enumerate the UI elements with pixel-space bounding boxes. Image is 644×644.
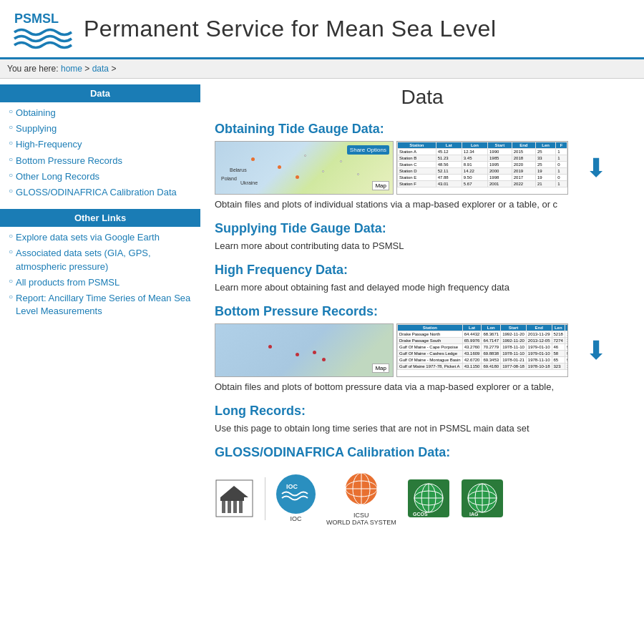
breadcrumb-home[interactable]: home [61,64,82,74]
logo-gcos-box[interactable]: GCOS [407,479,450,518]
obtaining-map-preview[interactable]: Share Options Map Poland Belarus Ukraine [215,141,394,195]
svg-marker-7 [220,486,248,497]
svg-text:GCOS: GCOS [413,512,428,517]
breadcrumb: You are here: home > data > [0,59,644,79]
supplying-description: Learn more about contributing data to PS… [215,240,630,251]
svg-rect-6 [220,497,244,501]
svg-text:PSMSL: PSMSL [14,11,59,26]
section-heading-high-frequency[interactable]: High Frequency Data: [215,263,630,278]
logo-iag-box[interactable]: IAG [461,479,504,518]
layout: Data Obtaining Supplying High-Frequency … [0,79,644,540]
section-heading-long-records[interactable]: Long Records: [215,404,630,419]
obtaining-table: StationLatLonStartEndLenF Station A45.12… [397,142,567,187]
map-dot [304,155,306,157]
icsu-label: ICSUWORLD DATA SYSTEM [326,512,396,526]
high-frequency-description: Learn more about obtaining fast and dela… [215,282,630,293]
bpr-map-label: Map [372,364,389,373]
logo-divider [265,477,265,520]
psmsl-logo: PSMSL [11,7,75,50]
sidebar-link-associated[interactable]: Associated data sets (GIA, GPS, atmosphe… [16,247,200,273]
sidebar-item-gloss[interactable]: GLOSS/ODINAFRICA Calibration Data [9,185,200,200]
map-label: Map [372,181,389,190]
sidebar-item-supplying[interactable]: Supplying [9,121,200,137]
sidebar-other-section-title: Other Links [0,209,200,227]
bpr-map-inner: Map [215,324,393,376]
sidebar-link-long-records[interactable]: Other Long Records [16,170,99,183]
sidebar-data-section-title: Data [0,84,200,102]
section-heading-obtaining[interactable]: Obtaining Tide Gauge Data: [215,122,630,137]
ioc-label: IOC [290,515,301,522]
logo-icsu-box[interactable]: ICSUWORLD DATA SYSTEM [326,471,396,526]
sidebar-item-high-frequency[interactable]: High-Frequency [9,137,200,152]
map-text-belarus: Belarus [230,167,247,172]
section-link-obtaining[interactable]: Obtaining Tide Gauge Data: [215,122,384,136]
logo-ioc-box[interactable]: IOC IOC [276,474,316,522]
sidebar-link-gloss[interactable]: GLOSS/ODINAFRICA Calibration Data [16,186,177,199]
sidebar-item-long-records[interactable]: Other Long Records [9,169,200,185]
unesco-icon [215,479,254,518]
logos-row: IOC IOC ICSUWORLD DATA SYSTEM [215,471,630,533]
map-dot [296,175,299,179]
icsu-icon [336,471,386,510]
svg-text:IAG: IAG [469,512,479,517]
sidebar-item-google-earth[interactable]: Explore data sets via Google Earth [9,230,200,245]
sidebar-item-bpr[interactable]: Bottom Pressure Records [9,153,200,169]
section-heading-bpr[interactable]: Bottom Pressure Records: [215,304,630,319]
bpr-map-dot [313,351,316,354]
sidebar-link-bpr[interactable]: Bottom Pressure Records [16,155,122,167]
map-dot [251,157,255,161]
ioc-svg: IOC [276,474,316,514]
sidebar: Data Obtaining Supplying High-Frequency … [0,79,200,540]
obtaining-table-preview[interactable]: StationLatLonStartEndLenF Station A45.12… [396,141,568,195]
bpr-map-dot [322,358,326,361]
obtaining-map-inner: Share Options Map Poland Belarus Ukraine [215,142,393,194]
sidebar-item-obtaining[interactable]: Obtaining [9,105,200,121]
section-heading-gloss[interactable]: GLOSS/ODINAFRICA Calibration Data: [215,445,630,460]
bpr-map-dot [296,353,299,356]
bpr-download-icon[interactable]: ⬇ [585,338,607,364]
obtaining-description: Obtain files and plots of individual sta… [215,199,630,210]
sidebar-data-nav: Obtaining Supplying High-Frequency Botto… [0,102,200,203]
bpr-download-area[interactable]: ⬇ [571,323,621,377]
sidebar-link-report[interactable]: Report: Ancillary Time Series of Mean Se… [16,292,200,318]
sidebar-link-supplying[interactable]: Supplying [16,122,57,135]
download-icon[interactable]: ⬇ [585,155,607,181]
bpr-preview-row: Map StationLatLonStartEndLenF Drake Pass… [215,323,630,377]
share-options-button[interactable]: Share Options [347,145,389,155]
sidebar-link-obtaining[interactable]: Obtaining [16,107,56,119]
svg-rect-4 [233,500,237,513]
sidebar-item-associated[interactable]: Associated data sets (GIA, GPS, atmosphe… [9,245,200,274]
bpr-table-preview[interactable]: StationLatLonStartEndLenF Drake Passage … [396,323,568,377]
site-header: PSMSL Permanent Service for Mean Sea Lev… [0,0,644,59]
map-dot [278,165,281,169]
map-text-poland: Poland [221,176,237,181]
sidebar-link-products[interactable]: All products from PSMSL [16,276,119,289]
section-heading-supplying[interactable]: Supplying Tide Gauge Data: [215,221,630,236]
section-link-high-frequency[interactable]: High Frequency Data: [215,263,348,277]
section-link-long-records[interactable]: Long Records: [215,404,306,418]
logo-unesco-box[interactable] [215,479,254,518]
sidebar-item-report[interactable]: Report: Ancillary Time Series of Mean Se… [9,291,200,319]
section-link-bpr[interactable]: Bottom Pressure Records: [215,304,378,318]
breadcrumb-data[interactable]: data [92,64,109,74]
svg-text:IOC: IOC [286,483,298,490]
site-title: Permanent Service for Mean Sea Level [84,16,497,42]
bpr-map-dot [268,345,272,348]
sidebar-item-products[interactable]: All products from PSMSL [9,275,200,291]
section-link-gloss[interactable]: GLOSS/ODINAFRICA Calibration Data: [215,445,450,459]
bpr-map-preview[interactable]: Map [215,323,394,377]
obtaining-download-area[interactable]: ⬇ [571,141,621,195]
sidebar-link-high-frequency[interactable]: High-Frequency [16,138,82,151]
sidebar-link-google-earth[interactable]: Explore data sets via Google Earth [16,231,160,244]
map-dot [357,173,359,175]
obtaining-preview-row: Share Options Map Poland Belarus Ukraine… [215,141,630,195]
main-content: Data Obtaining Tide Gauge Data: Share Op… [200,79,644,540]
map-dot [340,160,342,162]
page-title: Data [215,86,630,109]
gcos-icon: GCOS [407,479,450,518]
breadcrumb-text: You are here: [7,64,59,74]
map-text-ukraine: Ukraine [240,180,258,185]
section-link-supplying[interactable]: Supplying Tide Gauge Data: [215,221,386,235]
svg-rect-3 [228,500,231,513]
iag-icon: IAG [461,479,504,518]
